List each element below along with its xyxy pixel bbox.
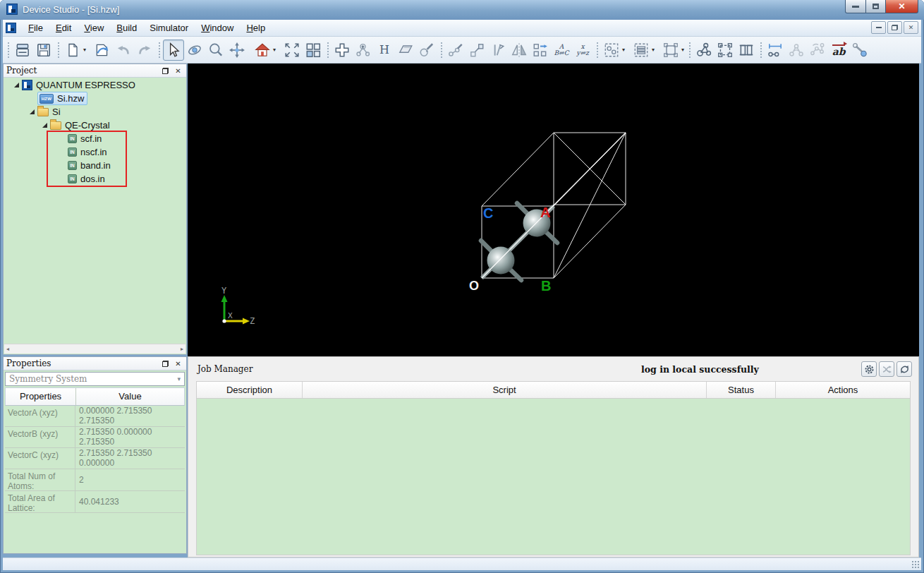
add-hydrogen-button[interactable]: H: [374, 40, 395, 61]
swap-cells-button[interactable]: [530, 40, 551, 61]
job-transfer-button: [879, 361, 894, 377]
project-horizontal-scrollbar[interactable]: ◂ ▸: [4, 344, 186, 354]
menu-window[interactable]: Window: [195, 20, 240, 35]
job-settings-button[interactable]: [861, 361, 877, 377]
tree-item-quantum-espresso[interactable]: QUANTUM ESPRESSO: [4, 78, 186, 92]
title-bar[interactable]: Device Studio - [Si.hzw] ✕: [0, 0, 924, 20]
crystal-scene: C A B O Y Z X: [188, 64, 919, 356]
close-button[interactable]: ✕: [886, 0, 918, 13]
fit-view-button[interactable]: [281, 40, 303, 61]
job-col-script[interactable]: Script: [303, 382, 707, 398]
job-col-description[interactable]: Description: [197, 382, 303, 398]
table-row[interactable]: Total Num of Atoms: 2: [5, 469, 185, 491]
pan-tool-button[interactable]: [226, 40, 248, 61]
resize-box-button[interactable]: [466, 40, 487, 61]
properties-float-button[interactable]: [160, 359, 171, 368]
symmetry-system-select[interactable]: Symmetry System ▾: [5, 372, 185, 386]
expander-icon[interactable]: [42, 123, 47, 128]
measure-torsion-button: [807, 40, 828, 61]
tile-windows-icon: [305, 42, 322, 59]
mdi-close-button[interactable]: ✕: [904, 21, 918, 34]
menu-build[interactable]: Build: [110, 20, 143, 35]
prop-name: VectorB (xyz): [5, 427, 75, 447]
select-layers-dropdown[interactable]: ▾: [652, 47, 655, 53]
save-button[interactable]: [33, 40, 54, 61]
mirror-icon: [511, 42, 528, 59]
job-manager-header: Job Manager: [188, 357, 918, 381]
project-float-button[interactable]: [160, 66, 171, 76]
toolbar-grip[interactable]: [759, 41, 762, 59]
rotate-tool-button[interactable]: [184, 40, 205, 61]
menu-file[interactable]: File: [22, 20, 49, 35]
table-row[interactable]: VectorB (xyz) 2.715350 0.000000 2.715350: [5, 427, 185, 448]
build-supercell-button[interactable]: [715, 40, 736, 61]
expander-icon[interactable]: [14, 83, 19, 88]
add-atom-button[interactable]: [332, 40, 353, 61]
job-col-actions[interactable]: Actions: [776, 382, 910, 398]
toolbar-grip[interactable]: [439, 41, 443, 59]
select-atoms-button[interactable]: [601, 40, 622, 61]
swap-xyz-button[interactable]: xy⇌z: [572, 40, 593, 61]
job-refresh-button[interactable]: [896, 361, 912, 377]
scroll-right-arrow-icon[interactable]: ▸: [181, 346, 183, 352]
maximize-button[interactable]: [866, 0, 886, 13]
bond-pencil-button[interactable]: [416, 40, 437, 61]
home-view-button[interactable]: [252, 40, 273, 61]
new-file-dropdown[interactable]: ▾: [83, 47, 86, 53]
table-row[interactable]: Total Area of Lattice: 40.041233: [5, 491, 185, 513]
toolbar-grip[interactable]: [595, 41, 599, 59]
add-fragment-button[interactable]: [353, 40, 374, 61]
job-col-status[interactable]: Status: [707, 382, 776, 398]
select-region-icon: [662, 42, 679, 59]
bond-ball-button[interactable]: [849, 40, 870, 61]
mirror-button[interactable]: [509, 40, 530, 61]
build-lattice-button[interactable]: [736, 40, 757, 61]
menu-view[interactable]: View: [78, 20, 110, 35]
menu-simulator[interactable]: Simulator: [143, 20, 195, 35]
select-tool-button[interactable]: [163, 40, 184, 61]
export-button[interactable]: [92, 40, 113, 61]
home-icon: [254, 42, 271, 59]
menu-edit[interactable]: Edit: [49, 20, 78, 35]
project-close-button[interactable]: ✕: [173, 66, 183, 76]
tile-windows-button[interactable]: [303, 40, 324, 61]
toolbar-grip[interactable]: [157, 41, 161, 59]
viewport-3d[interactable]: C A B O Y Z X: [188, 64, 919, 356]
toolbar-grip[interactable]: [326, 41, 329, 59]
vector-label-button[interactable]: ab: [828, 40, 849, 61]
edit-vectors-button[interactable]: [487, 40, 509, 61]
swap-abc-button[interactable]: AB⇌C: [551, 40, 572, 61]
select-layers-button[interactable]: [631, 40, 652, 61]
scroll-left-arrow-icon[interactable]: ◂: [6, 346, 9, 352]
eraser-button[interactable]: [395, 40, 416, 61]
toolbar-grip[interactable]: [56, 41, 60, 59]
zoom-tool-button[interactable]: [205, 40, 226, 61]
open-button[interactable]: [12, 40, 33, 61]
undo-button[interactable]: [113, 40, 134, 61]
menu-help[interactable]: Help: [240, 20, 272, 35]
silicon-atom[interactable]: [487, 247, 515, 275]
minimize-button[interactable]: [845, 0, 866, 13]
table-row[interactable]: VectorA (xyz) 0.000000 2.715350 2.715350: [5, 406, 185, 427]
tree-item-si-folder[interactable]: Si: [4, 105, 186, 119]
table-row[interactable]: VectorC (xyz) 2.715350 2.715350 0.000000: [5, 448, 185, 469]
new-file-button[interactable]: [62, 40, 83, 61]
toolbar-grip[interactable]: [6, 41, 10, 59]
select-atoms-dropdown[interactable]: ▾: [622, 47, 625, 53]
expander-icon[interactable]: [30, 109, 35, 114]
symmetry-system-value: Symmetry System: [9, 374, 87, 384]
measure-distance-icon: [767, 42, 784, 59]
select-region-button[interactable]: [660, 40, 681, 61]
redo-button[interactable]: [134, 40, 155, 61]
resize-grip[interactable]: [911, 560, 920, 569]
mdi-minimize-button[interactable]: [871, 21, 886, 34]
mdi-restore-button[interactable]: [887, 21, 902, 34]
properties-close-button[interactable]: ✕: [173, 359, 183, 368]
home-view-dropdown[interactable]: ▾: [273, 47, 276, 53]
build-cluster-button[interactable]: [693, 40, 715, 61]
tree-item-si-hzw[interactable]: HZW Si.hzw: [4, 92, 186, 105]
select-region-dropdown[interactable]: ▾: [681, 47, 684, 53]
measure-distance-button[interactable]: [765, 40, 786, 61]
edit-bonds-button[interactable]: [445, 40, 466, 61]
toolbar-grip[interactable]: [688, 41, 691, 59]
